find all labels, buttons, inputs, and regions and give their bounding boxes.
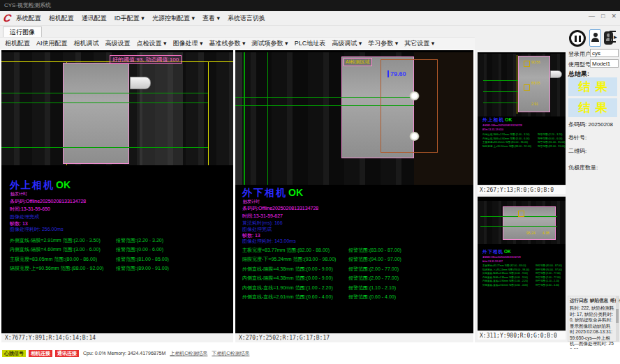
app-window: CYS-视觉检测系统 C 系统配置相机配置通讯配置ID手配置 ▾光源控制配置 ▾… — [0, 0, 620, 364]
alarm-text: 报警范围:(81.00 - 85.00) — [116, 256, 169, 263]
barcode-text: 条码码:Offline20250208133134728 — [242, 205, 318, 212]
exit-button[interactable]: ► — [610, 31, 619, 45]
pixel-coordinate-readout: X:7677;Y:891;R:14;G:14;B:14 — [1, 333, 233, 342]
log-tab-defect[interactable]: 缺陷信息 — [590, 298, 608, 304]
measure-text: 外侧直线-隔膜=4.38mm 范围:(0.00 - 9.00) — [242, 266, 348, 273]
alarm-text: 报警范围:(89.00 - 91.00) — [538, 144, 565, 148]
camera-name: 外下相机 — [482, 249, 503, 255]
measurement-row: 隔膜宽度-上=90.56mm 范围:(88.00 - 92.00)报警范围:(8… — [10, 264, 232, 274]
lower-camera-result-link[interactable]: 下相机C检测结果 — [212, 350, 249, 357]
toolbar-item[interactable]: AI使用配置 — [36, 39, 68, 48]
menu-item[interactable]: 系统语言切换 — [228, 14, 265, 23]
alarm-text: 报警范围:(0.60 - 4.00) — [348, 294, 396, 301]
toolbar-item[interactable]: 高级调试 ▾ — [332, 39, 362, 48]
measure-tag: 4.38 — [542, 232, 549, 235]
toolbar-item[interactable]: PLC地址表 — [295, 39, 326, 48]
toolbar-item[interactable]: 点检设置 ▾ — [137, 39, 167, 48]
baseline-green — [483, 80, 518, 81]
menu-item[interactable]: 查看 ▾ — [202, 14, 220, 23]
mini-camera-image: 90.5683.052.91 — [478, 54, 566, 116]
camera-view-lower[interactable]: AI检测区域 79.60 外下相机OK 触发计时 条码码:Offline2025… — [235, 50, 473, 333]
toolbar-item[interactable]: 学习参数 ▾ — [368, 39, 398, 48]
time-text: 时间:13-31-59-650 — [482, 128, 566, 132]
trigger-tag: 触发计时 — [243, 199, 260, 205]
pause-icon — [579, 36, 581, 42]
menu-item[interactable]: 系统配置 — [16, 14, 41, 23]
measure-line-yellow — [208, 61, 209, 165]
menu-item[interactable]: ID手配置 ▾ — [115, 14, 145, 23]
trigger-tag: 触发计时 — [10, 191, 27, 197]
alarm-text: 报警范围:(2.00 - 77.00) — [348, 275, 399, 282]
measurement-row: 外侧直线-直线=2.61mm 范围:(0.60 - 4.00)报警范围:(0.6… — [482, 283, 566, 287]
measurement-row: 主极宽度=83.05mm 范围:(80.00 - 86.00)报警范围:(81.… — [10, 255, 232, 264]
pixel-coordinate-readout: X:270;Y:2502;R:17;G:17;B:17 — [235, 333, 473, 342]
barcode-text: 条码码:Offline20250208133134728 — [10, 198, 86, 205]
measurement-row: 隔膜宽度-下=95.24mm 范围:(93.00 - 98.00)报警范围:(9… — [242, 255, 472, 265]
log-scrollbar-thumb[interactable] — [616, 309, 619, 323]
toolbar-item[interactable]: 其它设置 ▾ — [404, 39, 434, 48]
elapsed-text: 图像处理耗时: 256.00ms — [10, 226, 64, 233]
toolbar-item[interactable]: 相机配置 — [5, 39, 30, 48]
user-login-button[interactable] — [589, 29, 601, 47]
alarm-text: 报警范围:(81.00 - 85.00) — [538, 141, 565, 144]
mini-result-text: 外下相机OK条码码:Offline20250208133134728时间:13-… — [482, 248, 566, 287]
camera-view-upper[interactable]: 好的阈值:93, 动态阈值:100 外上相机OK 触发计时 条码码:Offlin… — [1, 50, 233, 333]
barcode-label: 条码码: 20250208 — [568, 121, 613, 128]
cell-region — [63, 63, 129, 164]
menu-item[interactable]: 相机配置 — [49, 14, 74, 23]
measure-text: 外侧直线-直线=2.61mm 范围:(0.60 - 4.00) — [482, 283, 536, 287]
menu-items: 系统配置相机配置通讯配置ID手配置 ▾光源控制配置 ▾查看 ▾系统语言切换 — [16, 14, 273, 23]
status-ok: OK — [56, 179, 71, 190]
login-user-field[interactable]: cys — [590, 49, 619, 57]
mini-camera-view-lower[interactable]: 95.244.38 外下相机OK条码码:Offline2025020813313… — [478, 197, 566, 331]
measure-tags: 95.244.38 — [526, 232, 551, 236]
mini-camera-view-upper[interactable]: 90.5683.052.91 外上相机OK条码码:Offline20250208… — [478, 52, 566, 185]
toolbar-item[interactable]: 图像处理 ▾ — [173, 39, 203, 48]
time-text: 时间:13-31-59-627 — [482, 259, 566, 263]
upper-camera-result-link[interactable]: 上相机C检测结果 — [170, 350, 207, 357]
image-highlight — [140, 52, 183, 165]
camera-image-lower[interactable]: AI检测区域 79.60 — [235, 52, 473, 185]
tab-connector — [550, 70, 562, 78]
log-tab-run[interactable]: 运行日志 — [570, 298, 588, 304]
baseline-green — [483, 103, 518, 103]
toolbar-item[interactable]: 相机调试 — [74, 39, 99, 48]
camera-image-upper[interactable]: 好的阈值:93, 动态阈值:100 — [1, 52, 233, 165]
alarm-text: 报警范围:(2.00 - 77.00) — [348, 266, 399, 273]
maximize-icon[interactable]: □ — [601, 13, 605, 20]
alarm-text: 报警范围:(2.00 - 77.00) — [536, 271, 561, 275]
toolbar-item[interactable]: 测试项参数 ▾ — [252, 39, 288, 48]
status-badge: 心跳信号 — [2, 350, 26, 357]
close-icon[interactable]: ✕ — [611, 13, 617, 20]
menu-item[interactable]: 光源控制配置 ▾ — [152, 14, 195, 23]
tab-run-image[interactable]: 运行图像 — [3, 26, 42, 37]
measure-text: 主极宽度=83.05mm 范围:(80.00 - 86.00) — [10, 256, 116, 263]
measure-tags: 90.5683.052.91 — [531, 61, 542, 107]
measure-text: 内侧直线-直线=1.90mm 范围:(1.00 - 2.20) — [242, 285, 348, 291]
model-field[interactable]: Model1 — [590, 59, 619, 68]
toolbar-item[interactable]: 高级设置 — [105, 39, 131, 48]
minimize-icon[interactable]: — — [589, 13, 595, 20]
window-controls: — □ ✕ — [589, 13, 617, 20]
baseline-green — [1, 147, 208, 148]
measurement-row: 内侧直线-隔膜=4.38mm 范围:(0.00 - 9.00)报警范围:(2.0… — [242, 274, 472, 284]
log-tabs: 运行日志 缺陷信息 维修信息 — [568, 296, 619, 305]
pause-button[interactable] — [569, 30, 586, 47]
baseline-green — [480, 226, 557, 227]
measurement-row: 主极宽度=83.05mm 范围:(80.00 - 86.00)报警范围:(81.… — [482, 140, 566, 144]
pixel-coordinate-readout: X:267;Y:13;R:0;G:0;B:0 — [478, 185, 566, 194]
menu-item[interactable]: 通讯配置 — [82, 14, 107, 23]
toolbar-item[interactable]: 基准线参数 ▾ — [209, 39, 246, 48]
measure-tag: 2.91 — [531, 103, 540, 106]
alarm-text: 报警范围:(83.00 - 87.00) — [536, 264, 562, 267]
toolbar: 相机配置AI使用配置相机调试高级设置点检设置 ▾图像处理 ▾基准线参数 ▾测试项… — [0, 37, 475, 50]
log-scrollbar[interactable] — [616, 296, 619, 341]
measurement-rows: 主极宽度=83.77mm 范围:(82.00 - 88.00)报警范围:(83.… — [242, 245, 472, 302]
measurement-row: 外侧直线-隔膜=2.91mm 范围:(2.00 - 3.50)报警范围:(2.2… — [10, 236, 232, 245]
mini-camera-image: 95.244.38 — [478, 201, 566, 244]
roi-box-yellow — [524, 84, 530, 91]
status-ok: OK — [504, 249, 511, 255]
measure-text: 隔膜宽度-上=90.56mm 范围:(88.00 - 92.00) — [482, 144, 538, 148]
process-done-text: 图像处理完成 — [10, 213, 39, 220]
status-ok: OK — [505, 117, 512, 123]
